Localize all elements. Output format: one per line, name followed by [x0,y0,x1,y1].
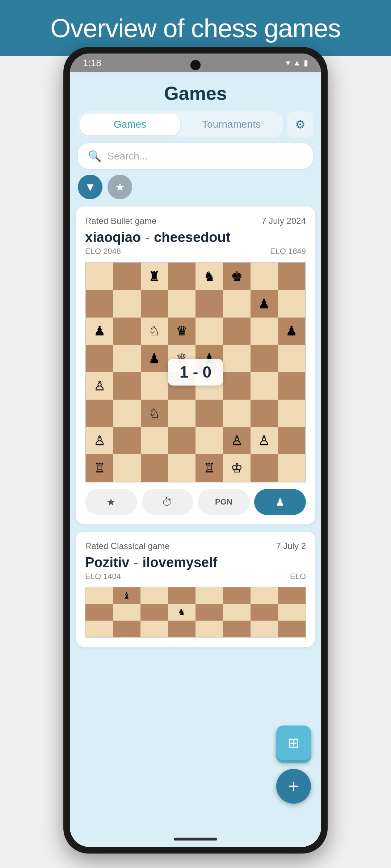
chess-cell [196,318,223,345]
app-title-section: Games [70,72,321,111]
mini-chess-cell [113,604,140,621]
chess-cell [141,427,168,455]
chess-cell [113,345,141,372]
chess-cell: ♛ [168,318,196,345]
chess-cell [223,318,251,345]
chess-cell [113,427,141,455]
card-header-2: Rated Classical game 7 July 2 [85,541,306,551]
chess-cell: ♜ [141,263,168,290]
pgn-icon-1: PGN [215,497,232,507]
status-time: 1:18 [83,58,101,69]
clock-button-1[interactable]: ⏱ [142,489,194,515]
fab-add-button[interactable]: + [276,769,311,804]
mini-chess-cell [168,621,196,637]
mini-chess-cell: ♞ [168,604,196,621]
player1-name: xiaoqiao [85,230,141,245]
chess-cell [113,400,141,427]
player1-name-2: Pozitiv [85,555,129,570]
chess-cell [196,427,223,455]
settings-icon: ⚙ [295,118,306,131]
chess-cell: ♞ [196,263,223,290]
chess-cell: ♖ [86,454,113,482]
chess-cell [168,263,196,290]
filter-icon: ▼ [84,180,96,194]
chess-cell [251,345,278,372]
filter-button[interactable]: ▼ [78,175,102,199]
chess-cell [223,290,251,318]
mini-chess-cell [85,621,113,637]
chess-cell [168,454,196,482]
chess-cell: ♙ [86,372,113,400]
tab-bar: Games Tournaments ⚙ [78,111,313,137]
banner-title: Overview of chess games [50,13,340,43]
mini-chess-cell [196,621,223,637]
chess-cell [223,372,251,400]
mini-chess-cell [223,587,251,604]
chess-cell [86,263,113,290]
mini-chess-cell [196,587,223,604]
player2-elo-2: ELO [290,572,306,581]
player2-name-2: ilovemyself [142,555,217,570]
tab-games[interactable]: Games [80,114,180,135]
search-input[interactable]: Search... [107,150,148,162]
chess-cell [141,372,168,400]
tab-tournaments[interactable]: Tournaments [181,114,281,135]
favorites-filter-button[interactable]: ★ [108,175,132,199]
wifi-icon: ▾ [286,58,290,68]
mini-chess-cell [278,604,306,621]
chess-cell [168,427,196,455]
chess-cell: ♙ [223,427,251,455]
elo-row-2: ELO 1404 ELO [85,572,306,581]
mini-chess-cell [85,604,113,621]
chess-cell: ♙ [251,427,278,455]
chess-cell: ♘ [141,318,168,345]
score-overlay: 1 - 0 [168,359,223,386]
chess-cell: ♙ [86,427,113,455]
mini-chess-cell [85,587,113,604]
chess-cell [113,454,141,482]
players-row-1: xiaoqiao - cheesedout [85,230,306,245]
chess-board-1: ♜♞♚♟♟♘♛♟♟♕1 - 0♟♙♘♙♙♙♖♖♔ [85,262,306,482]
player2-elo: ELO 1849 [270,247,306,256]
home-indicator [174,838,217,841]
filter-row: ▼ ★ [78,175,313,199]
board-view-button-1[interactable]: ♟ [254,489,306,515]
card-actions-1: ★ ⏱ PGN ♟ [85,489,306,515]
mini-chess-cell [223,604,251,621]
mini-chess-cell [251,587,278,604]
mini-chess-cell [278,587,306,604]
player1-elo-2: ELO 1404 [85,572,121,581]
app-title: Games [70,82,321,104]
chess-cell [278,400,305,427]
chess-cell [196,400,223,427]
chess-cell [251,400,278,427]
chess-cell: ♚ [223,263,251,290]
mini-chess-cell [168,587,196,604]
phone-frame: 1:18 ▾ ▲ ▮ Games Games Tournaments ⚙ [63,47,328,854]
pgn-button-1[interactable]: PGN [198,489,250,515]
chess-cell [278,427,305,455]
chess-cell [141,290,168,318]
search-icon: 🔍 [88,150,101,162]
chess-cell [251,372,278,400]
game-card-1: Rated Bullet game 7 July 2024 xiaoqiao -… [76,207,315,524]
chess-cell [278,345,305,372]
fab-plus-icon: + [288,775,299,797]
game-type-2: Rated Classical game [85,541,169,551]
settings-button[interactable]: ⚙ [287,111,313,137]
chess-cell [86,400,113,427]
signal-icon: ▲ [293,58,301,68]
fab-grid-button[interactable]: ⊞ [276,726,311,760]
chess-cell: ♟ [86,318,113,345]
chess-cell [278,290,305,318]
chess-cell [113,290,141,318]
dash-1: - [145,230,150,245]
chess-cell [278,372,305,400]
chess-cell [113,372,141,400]
chess-cell: ♟ [278,318,305,345]
search-bar[interactable]: 🔍 Search... [78,143,313,169]
mini-chess-cell [113,621,140,637]
mini-chess-cell [140,587,168,604]
mini-chess-cell [140,621,168,637]
favorite-button-1[interactable]: ★ [85,489,137,515]
